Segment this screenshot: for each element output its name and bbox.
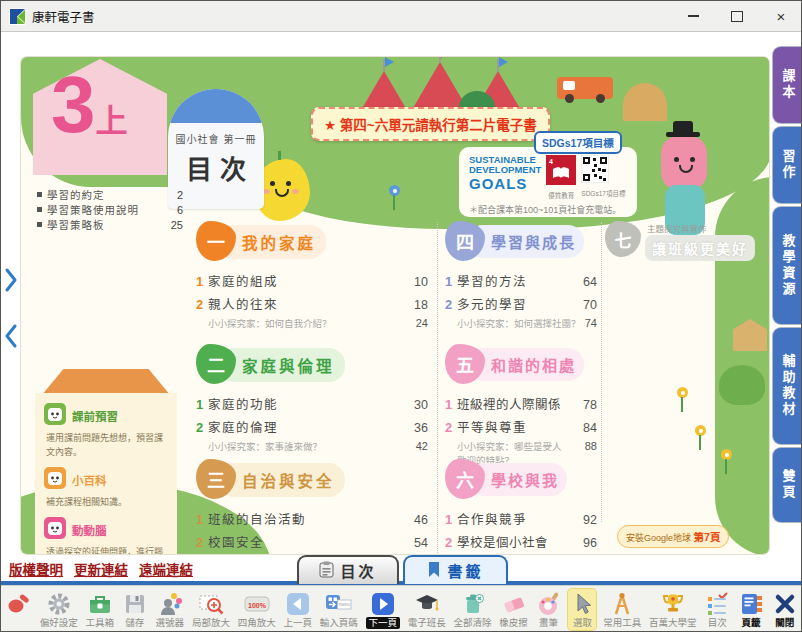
unit-6: 六學校與我 1合作與競爭92 2學校是個小社會96 小小探究家：如何分工合作？1… <box>445 459 597 554</box>
unit-3: 三自治與安全 1班級的自治活動46 2校園安全54 小小探究家：如何訂班級守則？… <box>196 459 428 554</box>
sdgs-17-goals-button[interactable]: SDGs17項目標 <box>534 131 622 154</box>
unit-1: 一我的家庭 1家庭的組成10 2親人的往來18 小小探究家：如何自我介紹？24 <box>196 221 428 331</box>
minimize-button[interactable] <box>671 1 715 31</box>
unit-title[interactable]: 自治與安全 <box>218 463 345 497</box>
close-button[interactable]: × <box>759 1 802 31</box>
stamp-pen-button[interactable] <box>5 589 33 630</box>
lesson-row[interactable]: 2家庭的倫理36 <box>196 417 428 440</box>
tab-bookmark[interactable]: 書籤 <box>403 555 508 584</box>
sdg-qr-code: SDGs17項目標 <box>581 155 625 198</box>
legend-title: 小百科 <box>72 472 107 488</box>
grade-semester: 上 <box>96 103 128 139</box>
tab-toc[interactable]: 目次 <box>297 555 399 584</box>
lesson-row[interactable]: 1班級裡的人際關係78 <box>445 394 597 417</box>
corner-zoom-button[interactable]: 100% 四角放大 <box>237 589 277 630</box>
svg-text:100%: 100% <box>248 601 267 608</box>
prev-page-button[interactable]: 上一頁 <box>282 589 313 630</box>
eraser-icon <box>501 590 527 617</box>
copyright-link[interactable]: 版權聲明 <box>9 559 63 579</box>
app-logo-icon <box>9 8 26 25</box>
footer-links: 版權聲明 更新連結 遠端連結 <box>9 559 193 579</box>
unit-5: 五和諧的相處 1班級裡的人際關係78 2平等與尊重84 小小探究家：哪些是受人歡… <box>445 344 597 469</box>
eraser-button[interactable]: 橡皮擦 <box>498 589 529 630</box>
front-matter-item[interactable]: 學習策略板25 <box>37 217 183 232</box>
svg-text:4: 4 <box>549 158 553 165</box>
stamp-pen-icon <box>6 590 32 617</box>
corner-zoom-icon: 100% <box>244 590 270 617</box>
chevron-right-icon[interactable] <box>3 267 19 293</box>
lesson-row[interactable]: 1家庭的組成10 <box>196 271 428 294</box>
side-tab-auxiliary-materials[interactable]: 輔助教材 <box>773 328 802 444</box>
goto-page-icon: menu <box>325 590 352 617</box>
chevron-left-icon[interactable] <box>3 323 19 349</box>
sdg4-quality-education-icon: 4 優質教育 <box>546 155 576 200</box>
flag-icon <box>385 57 394 67</box>
close-x-icon <box>772 590 798 617</box>
bookmark-tab-icon <box>427 561 441 581</box>
brainstorm-mascot-icon <box>44 517 66 543</box>
lesson-row[interactable]: 1學習的方法64 <box>445 271 597 294</box>
save-icon <box>122 590 148 617</box>
save-button[interactable]: 儲存 <box>121 589 149 630</box>
goto-page-button[interactable]: menu 輸入頁碼 <box>319 589 359 630</box>
encyclopedia-mascot-icon <box>44 467 66 493</box>
bush-illustration <box>719 365 765 405</box>
unit-7[interactable]: 七 主題探究與實作 讓班級更美好 <box>605 221 767 261</box>
explore-row[interactable]: 小小探究家：如何自我介紹？24 <box>196 317 428 331</box>
lesson-row[interactable]: 1家庭的功能30 <box>196 394 428 417</box>
window-title: 康軒電子書 <box>32 7 95 26</box>
front-matter-item[interactable]: 學習策略使用說明6 <box>37 202 183 217</box>
bottom-toolbar: 偏好設定 工具箱 儲存 選號器 局部放大 100% 四角放大 上一頁 menu … <box>1 585 802 632</box>
partial-zoom-button[interactable]: 局部放大 <box>191 589 231 630</box>
unit-7-subtitle: 主題探究與實作 <box>647 222 755 234</box>
lesson-row[interactable]: 2校園安全54 <box>196 532 428 554</box>
series-label: 國小社會 第一冊 <box>168 131 264 146</box>
lesson-row[interactable]: 1合作與競爭92 <box>445 509 597 532</box>
arch-illustration <box>623 83 667 121</box>
toolbox-button[interactable]: 工具箱 <box>85 589 116 630</box>
page-tabs-button[interactable]: 頁籤 <box>737 589 765 630</box>
lesson-row[interactable]: 2學校是個小社會96 <box>445 532 597 554</box>
unit-title[interactable]: 家庭與倫理 <box>218 348 345 382</box>
unit-title: 讓班級更美好 <box>645 235 755 261</box>
cursor-icon <box>569 590 595 617</box>
side-tab-textbook[interactable]: 課本 <box>773 47 802 123</box>
number-picker-icon <box>157 590 183 617</box>
explore-row[interactable]: 小小探究家：如何選擇社團？74 <box>445 317 597 331</box>
lesson-row[interactable]: 2多元的學習70 <box>445 294 597 317</box>
side-tab-workbook[interactable]: 習作 <box>773 127 802 203</box>
lesson-row[interactable]: 2親人的往來18 <box>196 294 428 317</box>
remote-link[interactable]: 遠端連結 <box>139 559 193 579</box>
pen-button[interactable]: 畫筆 <box>535 589 563 630</box>
compass-icon <box>609 590 635 617</box>
google-earth-pill[interactable]: 安裝Google地球 第7頁 <box>617 525 729 548</box>
common-tools-button[interactable]: 常用工具 <box>602 589 642 630</box>
e-class-leader-button[interactable]: 電子班長 <box>407 589 447 630</box>
select-button[interactable]: 選取 <box>568 589 596 630</box>
lesson-row[interactable]: 2平等與尊重84 <box>445 417 597 440</box>
list-icon <box>704 590 730 617</box>
truck-illustration <box>557 77 613 99</box>
number-picker-button[interactable]: 選號器 <box>155 589 186 630</box>
maximize-button[interactable] <box>715 1 759 31</box>
quiz-game-button[interactable]: 百萬大學堂 <box>648 589 698 630</box>
front-matter-item[interactable]: 學習的約定2 <box>37 187 183 202</box>
column-divider <box>437 222 438 554</box>
book-page: 3上 國小社會 第一冊 目次 ★ 第四~六單元請執行第二片電子書 SDGs17項… <box>21 57 769 554</box>
next-page-button[interactable]: 下一頁 <box>365 589 402 630</box>
explore-row[interactable]: 小小探究家：家事誰來做？42 <box>196 440 428 454</box>
close-toolbar-button[interactable]: 關閉 <box>771 589 799 630</box>
unit-number-badge: 七 <box>605 221 641 257</box>
graduation-cap-icon <box>414 590 440 617</box>
legend-desc: 運用課前問題先想想，預習課文內容。 <box>46 432 168 460</box>
lesson-row[interactable]: 1班級的自治活動46 <box>196 509 428 532</box>
front-matter-list: 學習的約定2 學習策略使用說明6 學習策略板25 <box>37 187 183 232</box>
flag-icon <box>441 57 450 58</box>
toc-button[interactable]: 目次 <box>703 589 731 630</box>
update-link[interactable]: 更新連結 <box>74 559 128 579</box>
side-tab-teaching-resources[interactable]: 教學資源 <box>773 207 802 324</box>
side-tab-double-page[interactable]: 雙頁 <box>773 448 802 522</box>
clear-all-button[interactable]: 全部清除 <box>453 589 493 630</box>
next-page-icon <box>370 590 396 617</box>
preferences-button[interactable]: 偏好設定 <box>39 589 79 630</box>
